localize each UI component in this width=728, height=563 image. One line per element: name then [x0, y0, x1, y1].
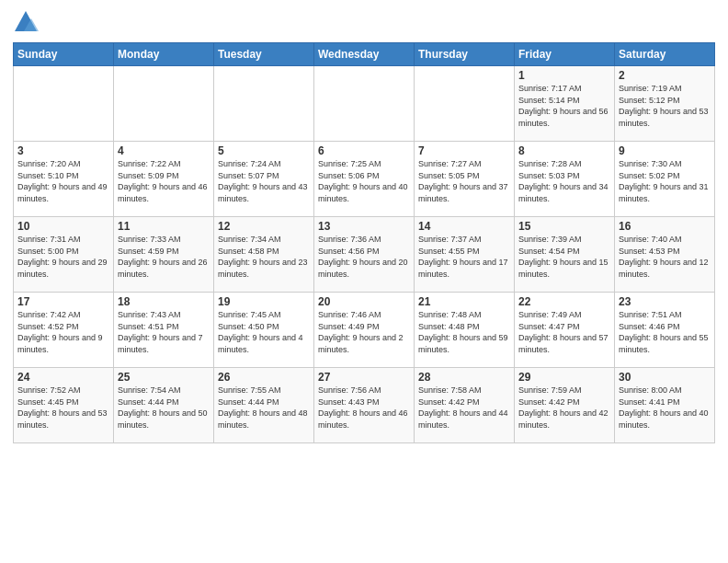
day-info: Sunrise: 7:45 AM Sunset: 4:50 PM Dayligh… [218, 309, 310, 355]
calendar-cell: 5Sunrise: 7:24 AM Sunset: 5:07 PM Daylig… [214, 142, 314, 217]
calendar-week-4: 17Sunrise: 7:42 AM Sunset: 4:52 PM Dayli… [14, 293, 715, 368]
day-number: 2 [619, 69, 711, 82]
day-header-sunday: Sunday [14, 43, 114, 66]
day-number: 11 [118, 220, 210, 233]
calendar-cell: 24Sunrise: 7:52 AM Sunset: 4:45 PM Dayli… [14, 368, 114, 443]
day-number: 12 [218, 220, 310, 233]
day-info: Sunrise: 7:24 AM Sunset: 5:07 PM Dayligh… [218, 158, 310, 204]
calendar-cell: 13Sunrise: 7:36 AM Sunset: 4:56 PM Dayli… [314, 217, 415, 293]
calendar-cell: 28Sunrise: 7:58 AM Sunset: 4:42 PM Dayli… [415, 368, 515, 443]
day-info: Sunrise: 7:22 AM Sunset: 5:09 PM Dayligh… [118, 158, 210, 204]
calendar-cell: 2Sunrise: 7:19 AM Sunset: 5:12 PM Daylig… [615, 66, 715, 142]
day-info: Sunrise: 7:39 AM Sunset: 4:54 PM Dayligh… [518, 234, 610, 280]
calendar-cell: 30Sunrise: 8:00 AM Sunset: 4:41 PM Dayli… [615, 368, 715, 443]
day-info: Sunrise: 7:43 AM Sunset: 4:51 PM Dayligh… [118, 309, 210, 355]
day-number: 1 [518, 69, 610, 82]
calendar-week-3: 10Sunrise: 7:31 AM Sunset: 5:00 PM Dayli… [14, 217, 715, 293]
day-info: Sunrise: 7:49 AM Sunset: 4:47 PM Dayligh… [518, 309, 610, 355]
day-header-wednesday: Wednesday [314, 43, 415, 66]
day-info: Sunrise: 7:54 AM Sunset: 4:44 PM Dayligh… [118, 385, 210, 431]
day-info: Sunrise: 7:37 AM Sunset: 4:55 PM Dayligh… [418, 234, 510, 280]
calendar-cell: 4Sunrise: 7:22 AM Sunset: 5:09 PM Daylig… [114, 142, 214, 217]
day-number: 23 [619, 295, 711, 308]
calendar-cell: 15Sunrise: 7:39 AM Sunset: 4:54 PM Dayli… [515, 217, 615, 293]
day-info: Sunrise: 7:33 AM Sunset: 4:59 PM Dayligh… [118, 234, 210, 280]
day-info: Sunrise: 7:56 AM Sunset: 4:43 PM Dayligh… [318, 385, 410, 431]
day-info: Sunrise: 7:30 AM Sunset: 5:02 PM Dayligh… [619, 158, 711, 204]
day-number: 30 [619, 371, 711, 384]
header [13, 9, 715, 35]
calendar-cell: 16Sunrise: 7:40 AM Sunset: 4:53 PM Dayli… [615, 217, 715, 293]
day-header-saturday: Saturday [615, 43, 715, 66]
day-info: Sunrise: 7:51 AM Sunset: 4:46 PM Dayligh… [619, 309, 711, 355]
calendar-table: SundayMondayTuesdayWednesdayThursdayFrid… [13, 42, 715, 443]
day-number: 25 [118, 371, 210, 384]
day-number: 18 [118, 295, 210, 308]
calendar-cell: 8Sunrise: 7:28 AM Sunset: 5:03 PM Daylig… [515, 142, 615, 217]
day-number: 27 [318, 371, 410, 384]
day-number: 10 [17, 220, 109, 233]
day-header-monday: Monday [114, 43, 214, 66]
calendar-cell: 3Sunrise: 7:20 AM Sunset: 5:10 PM Daylig… [14, 142, 114, 217]
calendar-week-5: 24Sunrise: 7:52 AM Sunset: 4:45 PM Dayli… [14, 368, 715, 443]
day-info: Sunrise: 7:55 AM Sunset: 4:44 PM Dayligh… [218, 385, 310, 431]
calendar-cell: 25Sunrise: 7:54 AM Sunset: 4:44 PM Dayli… [114, 368, 214, 443]
day-info: Sunrise: 7:31 AM Sunset: 5:00 PM Dayligh… [17, 234, 109, 280]
calendar-cell: 9Sunrise: 7:30 AM Sunset: 5:02 PM Daylig… [615, 142, 715, 217]
day-info: Sunrise: 7:17 AM Sunset: 5:14 PM Dayligh… [518, 83, 610, 129]
calendar-cell: 12Sunrise: 7:34 AM Sunset: 4:58 PM Dayli… [214, 217, 314, 293]
day-number: 6 [318, 144, 410, 157]
day-number: 20 [318, 295, 410, 308]
calendar-cell [415, 66, 515, 142]
day-info: Sunrise: 8:00 AM Sunset: 4:41 PM Dayligh… [619, 385, 711, 431]
day-number: 22 [518, 295, 610, 308]
calendar-cell: 10Sunrise: 7:31 AM Sunset: 5:00 PM Dayli… [14, 217, 114, 293]
calendar-cell [114, 66, 214, 142]
day-info: Sunrise: 7:52 AM Sunset: 4:45 PM Dayligh… [17, 385, 109, 431]
calendar-cell: 1Sunrise: 7:17 AM Sunset: 5:14 PM Daylig… [515, 66, 615, 142]
calendar-cell: 29Sunrise: 7:59 AM Sunset: 4:42 PM Dayli… [515, 368, 615, 443]
day-number: 16 [619, 220, 711, 233]
calendar-cell: 27Sunrise: 7:56 AM Sunset: 4:43 PM Dayli… [314, 368, 415, 443]
day-number: 24 [17, 371, 109, 384]
calendar-cell: 20Sunrise: 7:46 AM Sunset: 4:49 PM Dayli… [314, 293, 415, 368]
day-info: Sunrise: 7:46 AM Sunset: 4:49 PM Dayligh… [318, 309, 410, 355]
calendar-cell: 23Sunrise: 7:51 AM Sunset: 4:46 PM Dayli… [615, 293, 715, 368]
day-number: 7 [418, 144, 510, 157]
logo-icon [13, 9, 39, 35]
day-number: 21 [418, 295, 510, 308]
day-number: 8 [518, 144, 610, 157]
day-header-tuesday: Tuesday [214, 43, 314, 66]
day-header-friday: Friday [515, 43, 615, 66]
day-number: 5 [218, 144, 310, 157]
header-row: SundayMondayTuesdayWednesdayThursdayFrid… [14, 43, 715, 66]
day-header-thursday: Thursday [415, 43, 515, 66]
day-number: 29 [518, 371, 610, 384]
calendar-cell: 14Sunrise: 7:37 AM Sunset: 4:55 PM Dayli… [415, 217, 515, 293]
calendar-cell [14, 66, 114, 142]
day-info: Sunrise: 7:27 AM Sunset: 5:05 PM Dayligh… [418, 158, 510, 204]
day-info: Sunrise: 7:48 AM Sunset: 4:48 PM Dayligh… [418, 309, 510, 355]
calendar-cell: 18Sunrise: 7:43 AM Sunset: 4:51 PM Dayli… [114, 293, 214, 368]
day-info: Sunrise: 7:28 AM Sunset: 5:03 PM Dayligh… [518, 158, 610, 204]
calendar-cell [214, 66, 314, 142]
day-info: Sunrise: 7:40 AM Sunset: 4:53 PM Dayligh… [619, 234, 711, 280]
page-container: SundayMondayTuesdayWednesdayThursdayFrid… [0, 0, 728, 563]
calendar-cell: 7Sunrise: 7:27 AM Sunset: 5:05 PM Daylig… [415, 142, 515, 217]
day-info: Sunrise: 7:59 AM Sunset: 4:42 PM Dayligh… [518, 385, 610, 431]
day-info: Sunrise: 7:34 AM Sunset: 4:58 PM Dayligh… [218, 234, 310, 280]
day-number: 17 [17, 295, 109, 308]
day-number: 13 [318, 220, 410, 233]
day-info: Sunrise: 7:58 AM Sunset: 4:42 PM Dayligh… [418, 385, 510, 431]
calendar-cell: 21Sunrise: 7:48 AM Sunset: 4:48 PM Dayli… [415, 293, 515, 368]
day-info: Sunrise: 7:36 AM Sunset: 4:56 PM Dayligh… [318, 234, 410, 280]
calendar-cell: 6Sunrise: 7:25 AM Sunset: 5:06 PM Daylig… [314, 142, 415, 217]
day-number: 4 [118, 144, 210, 157]
calendar-cell: 26Sunrise: 7:55 AM Sunset: 4:44 PM Dayli… [214, 368, 314, 443]
calendar-cell: 19Sunrise: 7:45 AM Sunset: 4:50 PM Dayli… [214, 293, 314, 368]
calendar-cell: 22Sunrise: 7:49 AM Sunset: 4:47 PM Dayli… [515, 293, 615, 368]
day-info: Sunrise: 7:19 AM Sunset: 5:12 PM Dayligh… [619, 83, 711, 129]
day-number: 19 [218, 295, 310, 308]
calendar-cell [314, 66, 415, 142]
day-number: 15 [518, 220, 610, 233]
